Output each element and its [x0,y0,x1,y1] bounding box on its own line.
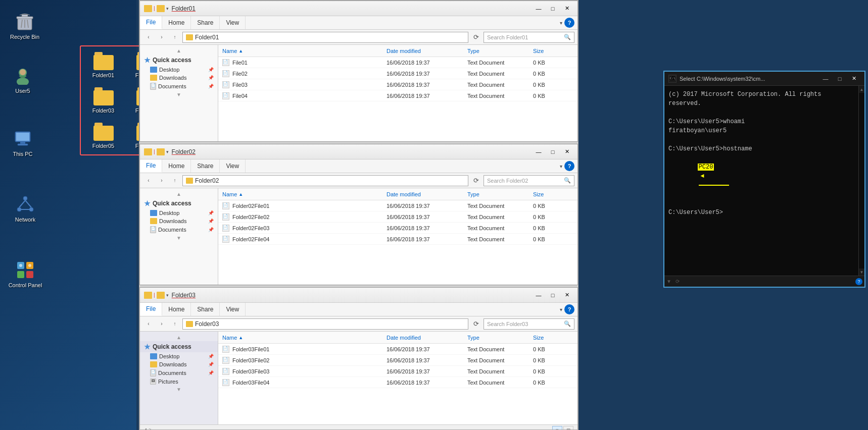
desktop-icon-this-pc[interactable]: This PC [5,126,40,159]
file-row-file01[interactable]: 📄File01 16/06/2018 19:37 Text Document 0… [218,57,577,68]
up-btn-folder02[interactable]: ↑ [169,175,180,186]
col-date-folder01[interactable]: Date modified [387,48,467,54]
refresh-btn-folder02[interactable]: ⟳ [470,175,481,186]
tab-file-folder01[interactable]: File [140,16,162,29]
file-row-f03file01[interactable]: 📄Folder03File01 16/06/2018 19:37 Text Do… [218,344,577,355]
desktop-icon-control-panel[interactable]: Control Panel [5,257,45,291]
sidebar-documents-folder03[interactable]: 📄 Documents 📌 [140,368,218,378]
sidebar-desktop-folder01[interactable]: Desktop 📌 [140,66,218,74]
close-btn-folder01[interactable]: ✕ [560,4,573,14]
desktop-icon-folder03[interactable]: Folder03 [84,85,123,116]
file-row-f02file01[interactable]: 📄Folder02File01 16/06/2018 19:37 Text Do… [218,200,577,211]
tab-home-folder01[interactable]: Home [162,16,191,29]
tab-view-folder02[interactable]: View [220,159,246,173]
minimize-btn-folder02[interactable]: — [532,147,545,157]
sidebar-downloads-folder01[interactable]: Downloads 📌 [140,74,218,82]
sidebar-downloads-folder02[interactable]: Downloads 📌 [140,217,218,225]
sidebar-downloads-folder03[interactable]: Downloads 📌 [140,360,218,368]
sidebar-quickaccess-folder03[interactable]: ★ Quick access [140,341,218,352]
desktop-icon-folder05[interactable]: Folder05 [84,120,123,151]
sidebar-scroll-up-folder03[interactable]: ▲ [140,334,218,341]
file-row-f03file04[interactable]: 📄Folder03File04 16/06/2018 19:37 Text Do… [218,377,577,388]
col-size-folder03[interactable]: Size [533,335,573,341]
file-row-f03file02[interactable]: 📄Folder03File02 16/06/2018 19:37 Text Do… [218,355,577,366]
maximize-btn-folder02[interactable]: □ [546,147,559,157]
tab-view-folder01[interactable]: View [220,16,246,29]
address-bar-folder01[interactable]: Folder01 [182,32,468,43]
minimize-btn-folder03[interactable]: — [532,290,545,300]
sidebar-scroll-down-folder01[interactable]: ▼ [140,91,218,98]
sidebar-scroll-down-folder03[interactable]: ▼ [140,386,218,393]
col-date-folder03[interactable]: Date modified [387,335,467,341]
help-btn-folder01[interactable]: ? [564,18,574,28]
cmd-scroll-up-btn[interactable]: ▲ [859,86,864,93]
sidebar-documents-folder02[interactable]: 📄 Documents 📌 [140,225,218,234]
up-btn-folder01[interactable]: ↑ [169,32,180,43]
sidebar-quickaccess-folder02[interactable]: ★ Quick access [140,198,218,209]
file-row-f02file02[interactable]: 📄Folder02File02 16/06/2018 19:37 Text Do… [218,211,577,223]
col-type-folder01[interactable]: Type [467,48,533,54]
sidebar-pictures-folder03[interactable]: 🖼 Pictures [140,378,218,386]
forward-btn-folder01[interactable]: › [156,32,167,43]
sidebar-documents-folder01[interactable]: 📄 Documents 📌 [140,82,218,91]
sidebar-quickaccess-folder01[interactable]: ★ Quick access [140,55,218,66]
desktop-icon-folder01[interactable]: Folder01 [84,49,123,81]
close-btn-folder03[interactable]: ✕ [560,290,573,300]
sidebar-scroll-up-folder02[interactable]: ▲ [140,190,218,198]
cmd-scroll-down-btn[interactable]: ▼ [859,268,864,276]
view-tiles-btn[interactable]: ⊞ [563,426,573,431]
col-date-folder02[interactable]: Date modified [387,191,467,197]
sidebar-desktop-folder03[interactable]: Desktop 📌 [140,352,218,360]
col-type-folder02[interactable]: Type [467,191,533,197]
view-details-btn[interactable]: ≡ [552,426,562,431]
tab-file-folder02[interactable]: File [140,159,162,173]
back-btn-folder02[interactable]: ‹ [143,175,154,186]
col-name-folder02[interactable]: Name ▲ [222,191,387,197]
forward-btn-folder02[interactable]: › [156,175,167,186]
tab-home-folder02[interactable]: Home [162,159,191,173]
col-name-folder01[interactable]: Name ▲ [222,48,387,54]
close-btn-folder02[interactable]: ✕ [560,147,573,157]
desktop-icon-recycle-bin[interactable]: Recycle Bin [7,9,42,42]
cmd-maximize-btn[interactable]: □ [833,74,846,84]
sidebar-scroll-down-folder02[interactable]: ▼ [140,234,218,242]
file-row-f02file03[interactable]: 📄Folder02File03 16/06/2018 19:37 Text Do… [218,223,577,234]
cmd-help-btn[interactable]: ? [855,278,862,285]
file-row-file03[interactable]: 📄File03 16/06/2018 19:37 Text Document 0… [218,79,577,90]
help-btn-folder02[interactable]: ? [564,161,574,171]
desktop-icon-user5[interactable]: User5 [5,63,40,96]
maximize-btn-folder03[interactable]: □ [546,290,559,300]
file-row-file02[interactable]: 📄File02 16/06/2018 19:37 Text Document 0… [218,68,577,79]
tab-share-folder02[interactable]: Share [191,159,220,173]
col-type-folder03[interactable]: Type [467,335,533,341]
ribbon-expand-icon[interactable]: ▾ [560,20,562,26]
file-row-file04[interactable]: 📄File04 16/06/2018 19:37 Text Document 0… [218,90,577,101]
tab-share-folder01[interactable]: Share [191,16,220,29]
up-btn-folder03[interactable]: ↑ [169,318,180,330]
ribbon-expand-icon-f02[interactable]: ▾ [560,164,562,169]
minimize-btn-folder01[interactable]: — [532,4,545,14]
desktop-icon-network[interactable]: Network [5,192,45,225]
tab-view-folder03[interactable]: View [220,303,246,316]
help-btn-folder03[interactable]: ? [564,304,574,314]
tab-share-folder03[interactable]: Share [191,303,220,316]
search-bar-folder03[interactable]: Search Folder03 🔍 [484,318,574,330]
col-name-folder03[interactable]: Name ▲ [222,335,387,341]
back-btn-folder03[interactable]: ‹ [143,318,154,330]
ribbon-expand-icon-f03[interactable]: ▾ [560,307,562,312]
search-bar-folder02[interactable]: Search Folder02 🔍 [484,175,574,186]
search-bar-folder01[interactable]: Search Folder01 🔍 [484,32,574,43]
address-bar-folder03[interactable]: Folder03 [182,318,468,330]
cmd-minimize-btn[interactable]: — [819,74,832,84]
col-size-folder02[interactable]: Size [533,191,573,197]
file-row-f03file03[interactable]: 📄Folder03File03 16/06/2018 19:37 Text Do… [218,366,577,377]
cmd-close-btn[interactable]: ✕ [847,74,860,84]
maximize-btn-folder01[interactable]: □ [546,4,559,14]
tab-file-folder03[interactable]: File [140,303,162,316]
cmd-bottom-refresh[interactable]: ⟳ [676,279,680,284]
sidebar-scroll-up-folder01[interactable]: ▲ [140,47,218,55]
file-row-f02file04[interactable]: 📄Folder02File04 16/06/2018 19:37 Text Do… [218,234,577,245]
address-bar-folder02[interactable]: Folder02 [182,175,468,186]
refresh-btn-folder01[interactable]: ⟳ [470,32,481,43]
cmd-bottom-dropdown[interactable]: ▼ [666,279,671,284]
